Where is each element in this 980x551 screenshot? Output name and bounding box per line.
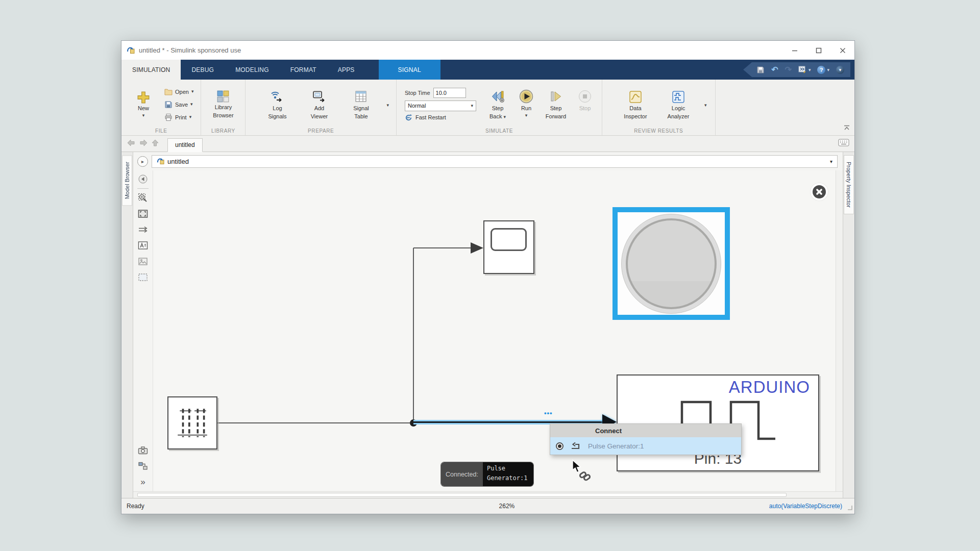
group-prepare: Log Signals Add Viewer Signal Table ▾ PR…	[246, 80, 397, 135]
wire-to-scope[interactable]	[413, 247, 471, 248]
help-caret-icon[interactable]: ▾	[827, 67, 829, 72]
left-dock-strip: Model Browser	[121, 152, 133, 498]
close-button[interactable]	[830, 41, 854, 60]
quick-save-icon[interactable]	[756, 66, 765, 74]
route-signals-icon[interactable]	[137, 224, 149, 235]
new-button[interactable]: New ▾	[127, 91, 160, 118]
vertical-scrollbar[interactable]	[836, 170, 843, 491]
open-caret-icon: ▾	[191, 89, 194, 94]
zoom-level: 262%	[499, 503, 515, 510]
tab-simulation[interactable]: SIMULATION	[121, 60, 181, 80]
review-overflow-icon[interactable]: ▾	[704, 103, 707, 108]
more-tools-icon[interactable]: »	[137, 476, 149, 487]
help-icon[interactable]: ? ▾	[817, 66, 829, 74]
breadcrumb[interactable]: untitled ▾	[152, 155, 838, 168]
step-forward-button[interactable]: Step Forward	[541, 89, 571, 120]
stop-button[interactable]: Stop	[573, 89, 597, 112]
tab-signal[interactable]: SIGNAL	[379, 60, 440, 80]
save-icon	[164, 101, 173, 109]
log-signals-button[interactable]: Log Signals	[258, 90, 297, 120]
resize-grip-icon[interactable]	[847, 505, 852, 512]
scope-screen	[491, 228, 527, 251]
dismiss-badge-icon[interactable]	[811, 183, 828, 201]
model-browser-tab[interactable]: Model Browser	[122, 155, 132, 206]
fast-restart-button[interactable]: Fast Restart	[405, 114, 477, 121]
tab-debug[interactable]: DEBUG	[181, 60, 225, 80]
pulse-generator-block[interactable]	[167, 396, 217, 449]
keyboard-shortcuts-icon[interactable]	[838, 139, 849, 148]
tooltip-label: Connected:	[441, 462, 483, 486]
signal-table-button[interactable]: Signal Table	[341, 90, 380, 120]
data-inspector-button[interactable]: Data Inspector	[616, 90, 655, 120]
breadcrumb-caret-icon[interactable]: ▾	[830, 159, 832, 164]
minimize-button[interactable]	[782, 41, 806, 60]
stop-time-input[interactable]	[433, 88, 466, 98]
open-button[interactable]: Open ▾	[162, 86, 195, 97]
group-label-review: REVIEW RESULTS	[602, 128, 715, 134]
diagram-canvas[interactable]: ••• ARDUINO	[153, 170, 836, 491]
breadcrumb-expand-icon[interactable]: ▸	[137, 156, 148, 167]
horizontal-scrollbar[interactable]	[133, 491, 843, 498]
radio-selected-icon[interactable]	[556, 442, 564, 450]
group-library: Library Browser LIBRARY	[201, 80, 246, 135]
quick-access-toolbar: ↶ ↷ ▾ ? ▾ ▾	[743, 62, 850, 77]
redo-icon[interactable]: ↷	[785, 65, 792, 74]
solver-label[interactable]: auto(VariableStepDiscrete)	[769, 503, 854, 510]
viewer-image-icon[interactable]	[137, 256, 149, 267]
annotation-icon[interactable]	[137, 240, 149, 251]
publish-caret-icon[interactable]: ▾	[808, 67, 811, 72]
fit-to-view-icon[interactable]	[137, 208, 149, 219]
print-caret-icon: ▾	[189, 115, 192, 119]
wire-pulse-to-junction[interactable]	[217, 422, 413, 423]
document-tab-untitled[interactable]: untitled	[167, 138, 203, 152]
connect-menu-header: Connect	[550, 424, 741, 437]
ribbon-tab-bar: SIMULATION DEBUG MODELING FORMAT APPS SI…	[121, 60, 854, 80]
subsystem-icon[interactable]	[137, 460, 149, 471]
prepare-overflow-icon[interactable]: ▾	[386, 103, 389, 108]
undo-icon[interactable]: ↶	[771, 65, 778, 74]
area-box-icon[interactable]	[137, 271, 149, 283]
nav-back-icon[interactable]	[127, 139, 136, 149]
sim-mode-select[interactable]: Normal ▾	[405, 101, 476, 111]
tab-format[interactable]: FORMAT	[280, 60, 327, 80]
connect-menu-item-pulse-generator[interactable]: Pulse Generator:1	[550, 437, 741, 455]
tab-modeling[interactable]: MODELING	[225, 60, 280, 80]
logic-analyzer-button[interactable]: Logic Analyzer	[658, 90, 698, 120]
model-editor: ▸ untitled ▾	[133, 152, 843, 498]
run-caret-icon: ▾	[525, 113, 528, 118]
group-label-file: FILE	[121, 128, 201, 134]
hide-palette-icon[interactable]	[137, 173, 149, 185]
nav-forward-icon[interactable]	[139, 139, 148, 149]
status-bar: Ready 262% auto(VariableStepDiscrete)	[121, 498, 854, 514]
push-button-widget-selected[interactable]	[612, 207, 730, 320]
right-dock-strip: Property Inspector	[843, 152, 854, 498]
step-back-button[interactable]: Step Back ▾	[483, 89, 512, 120]
breadcrumb-bar: ▸ untitled ▾	[133, 152, 843, 170]
arduino-pin-block[interactable]: ARDUINO Pin: 13	[617, 374, 819, 471]
scope-block[interactable]	[483, 220, 534, 274]
wire-junction-up[interactable]	[413, 248, 414, 423]
library-browser-button[interactable]: Library Browser	[206, 90, 240, 119]
updates-icon[interactable]: ▾	[836, 66, 844, 74]
property-inspector-tab[interactable]: Property Inspector	[844, 155, 854, 214]
group-label-simulate: SIMULATE	[397, 128, 602, 134]
screenshot-camera-icon[interactable]	[137, 444, 149, 456]
breadcrumb-model-name[interactable]: untitled	[167, 158, 189, 165]
tab-apps[interactable]: APPS	[327, 60, 365, 80]
print-button[interactable]: Print ▾	[162, 112, 195, 123]
run-button[interactable]: Run ▾	[514, 89, 538, 118]
simulink-window: untitled * - Simulink sponsored use SIMU…	[121, 40, 855, 514]
publish-icon[interactable]: ▾	[798, 66, 811, 73]
widget-button-face[interactable]	[626, 218, 717, 309]
maximize-button[interactable]	[806, 41, 830, 60]
wire-options-ellipsis[interactable]: •••	[544, 409, 553, 417]
save-button[interactable]: Save ▾	[162, 99, 195, 110]
horizontal-scrollbar-thumb[interactable]	[137, 493, 787, 497]
nav-up-icon[interactable]	[151, 139, 159, 149]
fast-restart-icon	[405, 114, 412, 121]
collapse-ribbon-icon[interactable]	[843, 123, 850, 133]
zoom-region-icon[interactable]	[137, 192, 149, 204]
add-viewer-button[interactable]: Add Viewer	[300, 90, 338, 120]
title-bar[interactable]: untitled * - Simulink sponsored use	[121, 41, 854, 60]
new-icon	[137, 91, 150, 104]
